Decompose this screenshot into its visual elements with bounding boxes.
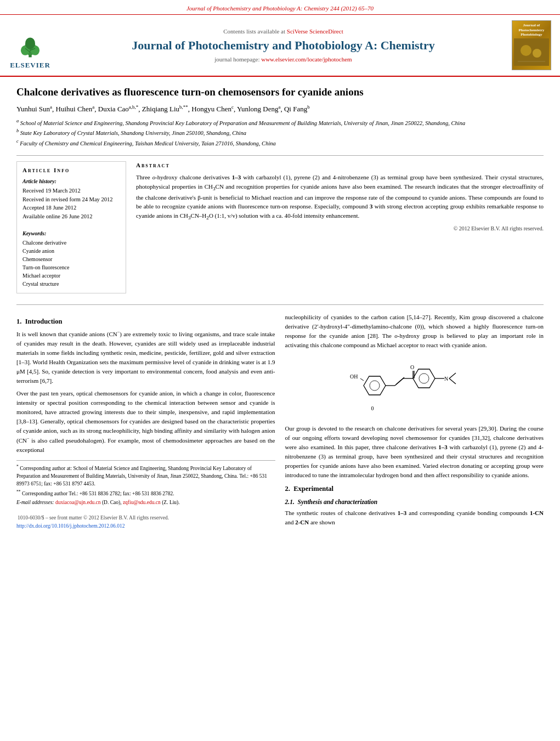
homepage-link[interactable]: www.elsevier.com/locate/jphotochem [261, 56, 352, 63]
keyword-5: Michael acceptor [22, 272, 120, 280]
keywords-label: Keywords: [22, 230, 120, 237]
svg-marker-22 [413, 369, 435, 388]
authors-line: Yunhui Suna, Huihui Chena, Duxia Caoa,b,… [16, 104, 544, 115]
elsevier-logo: ELSEVIER [5, 20, 55, 70]
journal-reference: Journal of Photochemistry and Photobiolo… [186, 5, 374, 12]
journal-cover-image: Journal ofPhotochemistryPhotobiology [512, 20, 551, 70]
journal-homepage: journal homepage: www.elsevier.com/locat… [60, 55, 506, 64]
affil-c: c Faculty of Chemistry and Chemical Engi… [16, 138, 544, 148]
bottom-bar: 1010-6030/$ – see front matter © 2012 El… [16, 514, 275, 522]
issn-text: 1010-6030/$ – see front matter © 2012 El… [18, 514, 169, 522]
affil-b: b State Key Laboratory of Crystal Materi… [16, 128, 544, 137]
right-para-2: Our group is devoted to the research on … [285, 424, 544, 480]
svg-rect-7 [515, 39, 548, 65]
svg-line-14 [360, 378, 364, 381]
keyword-1: Chalcone derivative [22, 239, 120, 247]
body-right-col: nucleophilicity of cyanides to the carbo… [285, 313, 544, 530]
cover-thumbnail [514, 38, 549, 66]
abstract-col: Abstract Three o-hydroxy chalcone deriva… [136, 161, 544, 299]
subsection-21-heading: 2.1. Synthesis and characterization [285, 497, 544, 506]
svg-text:OH: OH [350, 374, 358, 380]
body-left-col: 1. Introduction It is well known that cy… [16, 313, 275, 530]
keyword-6: Crystal structure [22, 280, 120, 288]
keyword-3: Chemosensor [22, 256, 120, 263]
abstract-text: Three o-hydroxy chalcone derivatives 1–3… [136, 173, 544, 222]
history-label: Article history: [22, 178, 120, 185]
svg-point-4 [25, 38, 35, 50]
journal-header: ELSEVIER Contents lists available at Sci… [0, 15, 560, 77]
email-link-2[interactable]: zqfiu@sdu.edu.cn [123, 500, 161, 505]
svg-line-27 [449, 378, 456, 384]
keyword-2: Cyanide anion [22, 247, 120, 255]
journal-top-bar: Journal of Photochemistry and Photobiolo… [0, 0, 560, 15]
footnote-star1: * Corresponding author at: School of Mat… [16, 463, 275, 488]
elsevier-label: ELSEVIER [10, 60, 50, 70]
body-divider [16, 304, 544, 305]
affiliations: a School of Material Science and Enginee… [16, 118, 544, 148]
revised-date: Received in revised form 24 May 2012 [22, 196, 120, 204]
footnote-star2: ** Corresponding author Tel.: +86 531 88… [16, 489, 275, 498]
svg-marker-11 [364, 376, 386, 395]
body-area: 1. Introduction It is well known that cy… [16, 313, 544, 530]
svg-text:O: O [410, 364, 414, 370]
doi-link-line: http://dx.doi.org/10.1016/j.jphotochem.2… [16, 523, 275, 530]
article-info-label: Article Info [22, 166, 120, 174]
journal-title: Journal of Photochemistry and Photobiolo… [60, 38, 506, 53]
section2-heading: 2. Experimental [285, 484, 544, 494]
chemical-structure: OH O N [298, 355, 530, 418]
cover-title-text: Journal ofPhotochemistryPhotobiology [518, 23, 544, 37]
info-abstract-section: Article Info Article history: Received 1… [16, 161, 544, 299]
abstract-label: Abstract [136, 161, 544, 169]
svg-point-23 [419, 374, 429, 383]
email-link-1[interactable]: duxiacoa@ujn.edu.cn [55, 500, 101, 505]
keyword-4: Turn-on fluorescence [22, 264, 120, 271]
sciverse-link[interactable]: SciVerse ScienceDirect [287, 28, 343, 35]
svg-line-17 [396, 377, 404, 384]
elsevier-tree-icon [14, 35, 47, 59]
article-info-col: Article Info Article history: Received 1… [16, 161, 126, 299]
svg-text:0: 0 [371, 405, 374, 411]
svg-text:N: N [444, 376, 448, 382]
article-info-box: Article Info Article history: Received 1… [16, 161, 126, 293]
sciverse-line: Contents lists available at SciVerse Sci… [60, 27, 506, 36]
svg-line-26 [449, 373, 456, 378]
header-divider [16, 155, 544, 156]
paper-title: Chalcone derivatives as fluorescence tur… [16, 86, 544, 99]
svg-point-8 [521, 45, 531, 56]
received-date: Received 19 March 2012 [22, 187, 120, 195]
header-center: Contents lists available at SciVerse Sci… [60, 20, 506, 70]
available-date: Available online 26 June 2012 [22, 213, 120, 221]
right-para-1: nucleophilicity of cyanides to the carbo… [285, 313, 544, 350]
svg-point-12 [370, 381, 380, 391]
affil-a: a School of Material Science and Enginee… [16, 118, 544, 127]
accepted-date: Accepted 18 June 2012 [22, 204, 120, 212]
footnote-emails: E-mail addresses: duxiacoa@ujn.edu.cn (D… [16, 499, 275, 507]
svg-point-9 [533, 49, 541, 58]
intro-para-2: Over the past ten years, optical chemose… [16, 389, 275, 455]
doi-link[interactable]: http://dx.doi.org/10.1016/j.jphotochem.2… [16, 523, 125, 529]
section1-heading: 1. Introduction [16, 317, 275, 327]
section2-para-1: The synthetic routes of chalcone derivat… [285, 508, 544, 527]
footnotes: * Corresponding author at: School of Mat… [16, 460, 275, 507]
paper-content: Chalcone derivatives as fluorescence tur… [0, 77, 560, 541]
copyright-line: © 2012 Elsevier B.V. All rights reserved… [136, 225, 544, 233]
intro-para-1: It is well known that cyanide anions (CN… [16, 329, 275, 386]
